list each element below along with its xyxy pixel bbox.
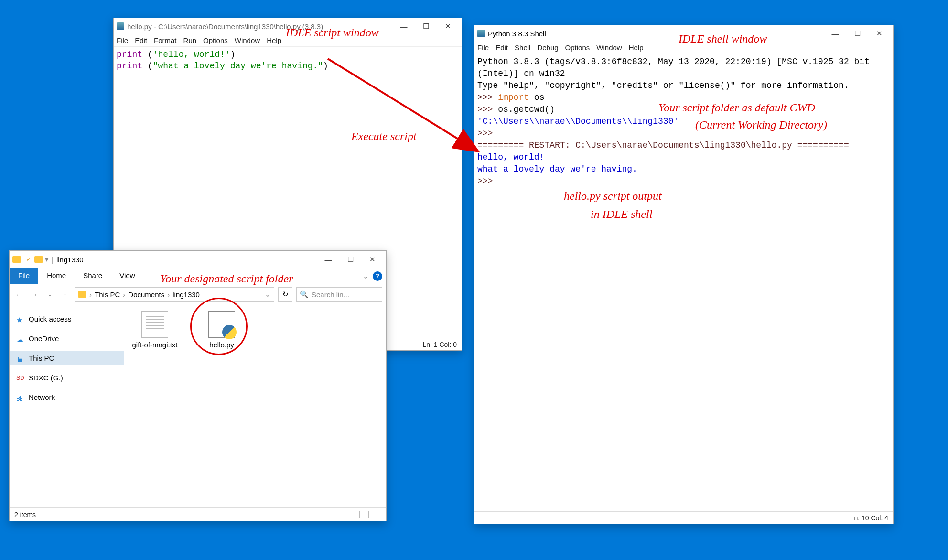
close-button[interactable]: ✕ (361, 251, 383, 268)
code-keyword: print (117, 50, 142, 59)
nav-forward-button[interactable]: → (29, 291, 40, 299)
code-string: 'hello, world!' (153, 50, 230, 59)
shell-result: 'C:\\Users\\narae\\Documents\\ling1330' (477, 117, 679, 126)
menu-format[interactable]: Format (154, 36, 177, 44)
prompt: >>> (477, 93, 498, 102)
menu-window[interactable]: Window (596, 43, 622, 52)
code-keyword: print (117, 61, 142, 71)
explorer-titlebar[interactable]: ✓ ▾ | ling1330 — ☐ ✕ (10, 251, 386, 268)
restart-line: ========= RESTART: C:\Users\narae\Docume… (477, 140, 849, 150)
crumb-thispc[interactable]: This PC (95, 291, 120, 299)
shell-menubar: File Edit Shell Debug Options Window Hel… (474, 42, 893, 54)
menu-help[interactable]: Help (267, 36, 281, 44)
idle-shell-window: Python 3.8.3 Shell — ☐ ✕ File Edit Shell… (474, 25, 894, 524)
sd-card-icon: SD (16, 375, 25, 381)
minimize-button[interactable]: — (824, 25, 846, 42)
search-icon: 🔍 (300, 290, 309, 299)
nav-network[interactable]: 🖧Network (10, 390, 124, 404)
explorer-body: ★Quick access ☁OneDrive 🖥This PC SDSDXC … (10, 304, 386, 507)
nav-onedrive[interactable]: ☁OneDrive (10, 332, 124, 345)
text-file-icon (141, 311, 168, 338)
menu-options[interactable]: Options (565, 43, 590, 52)
python-logo-icon (222, 325, 237, 339)
program-output: hello, world! (477, 152, 544, 162)
icons-view-button[interactable] (372, 511, 381, 518)
chevron-right-icon: › (167, 291, 170, 299)
folder-icon (34, 256, 43, 263)
help-icon[interactable]: ? (373, 271, 382, 281)
ribbon-tab-home[interactable]: Home (38, 268, 75, 284)
maximize-button[interactable]: ☐ (846, 25, 868, 42)
star-icon: ★ (16, 316, 25, 323)
nav-this-pc[interactable]: 🖥This PC (10, 351, 124, 365)
prompt: >>> (477, 105, 498, 114)
import-keyword: import (498, 93, 529, 102)
chevron-right-icon: › (89, 291, 92, 299)
banner-line: Python 3.8.3 (tags/v3.8.3:6f8c832, May 1… (477, 57, 875, 78)
file-item-txt[interactable]: gift-of-magi.txt (131, 311, 179, 349)
search-input[interactable]: 🔍 Search lin... (296, 287, 382, 302)
menu-edit[interactable]: Edit (135, 36, 147, 44)
script-titlebar[interactable]: hello.py - C:\Users\narae\Documents\ling… (114, 18, 462, 34)
ribbon-tab-file[interactable]: File (10, 268, 38, 284)
menu-edit[interactable]: Edit (496, 43, 508, 52)
search-placeholder: Search lin... (312, 291, 349, 299)
qat-checked-icon[interactable]: ✓ (25, 256, 32, 263)
menu-debug[interactable]: Debug (537, 43, 558, 52)
shell-output[interactable]: Python 3.8.3 (tags/v3.8.3:6f8c832, May 1… (474, 54, 893, 511)
shell-statusbar: Ln: 10 Col: 4 (474, 511, 893, 524)
python-file-icon (208, 311, 235, 338)
separator: | (52, 256, 54, 264)
ribbon-tab-view[interactable]: View (111, 268, 143, 284)
refresh-button[interactable]: ↻ (278, 287, 292, 302)
breadcrumb[interactable]: › This PC › Documents › ling1330 ⌄ (75, 287, 274, 302)
file-explorer-window: ✓ ▾ | ling1330 — ☐ ✕ File Home Share Vie… (9, 250, 387, 521)
menu-help[interactable]: Help (629, 43, 644, 52)
script-menubar: File Edit Format Run Options Window Help (114, 34, 462, 47)
script-title: hello.py - C:\Users\narae\Documents\ling… (127, 22, 393, 31)
nav-recent-button[interactable]: ⌄ (44, 291, 55, 298)
nav-quick-access[interactable]: ★Quick access (10, 312, 124, 326)
explorer-statusbar: 2 items (10, 507, 386, 521)
banner-line: Type "help", "copyright", "credits" or "… (477, 81, 849, 90)
nav-up-button[interactable]: ↑ (59, 291, 71, 299)
close-button[interactable]: ✕ (868, 25, 890, 42)
cursor-position: Ln: 1 Col: 0 (422, 341, 457, 348)
close-button[interactable]: ✕ (437, 18, 459, 34)
menu-run[interactable]: Run (183, 36, 197, 44)
shell-title: Python 3.8.3 Shell (488, 30, 824, 38)
cloud-icon: ☁ (16, 335, 25, 342)
chevron-right-icon: › (123, 291, 125, 299)
details-view-button[interactable] (359, 511, 369, 518)
window-title: ling1330 (56, 256, 84, 264)
minimize-button[interactable]: — (317, 251, 339, 268)
qat-dropdown-icon[interactable]: ▾ (45, 255, 49, 264)
menu-options[interactable]: Options (203, 36, 228, 44)
nav-sdxc[interactable]: SDSDXC (G:) (10, 371, 124, 385)
menu-file[interactable]: File (117, 36, 128, 44)
shell-titlebar[interactable]: Python 3.8.3 Shell — ☐ ✕ (474, 25, 893, 42)
file-name: hello.py (198, 341, 246, 349)
crumb-ling1330[interactable]: ling1330 (172, 291, 200, 299)
maximize-button[interactable]: ☐ (415, 18, 437, 34)
minimize-button[interactable]: — (393, 18, 415, 34)
cursor-position: Ln: 10 Col: 4 (851, 514, 888, 522)
menu-file[interactable]: File (477, 43, 489, 52)
python-icon (477, 30, 485, 37)
crumb-documents[interactable]: Documents (128, 291, 164, 299)
menu-shell[interactable]: Shell (515, 43, 530, 52)
ribbon-tab-share[interactable]: Share (75, 268, 111, 284)
menu-window[interactable]: Window (235, 36, 260, 44)
network-icon: 🖧 (16, 394, 25, 401)
file-list[interactable]: gift-of-magi.txt hello.py (124, 304, 386, 507)
prompt: >>> (477, 176, 499, 186)
navigation-pane: ★Quick access ☁OneDrive 🖥This PC SDSDXC … (10, 304, 124, 507)
shell-input: os.getcwd() (498, 105, 555, 114)
ribbon-expand-icon[interactable]: ⌄ (363, 272, 369, 280)
code-string: "what a lovely day we're having." (153, 61, 323, 71)
pc-icon: 🖥 (16, 355, 25, 362)
file-item-py[interactable]: hello.py (198, 311, 246, 349)
chevron-down-icon[interactable]: ⌄ (265, 290, 271, 299)
nav-back-button[interactable]: ← (13, 291, 25, 299)
maximize-button[interactable]: ☐ (339, 251, 361, 268)
